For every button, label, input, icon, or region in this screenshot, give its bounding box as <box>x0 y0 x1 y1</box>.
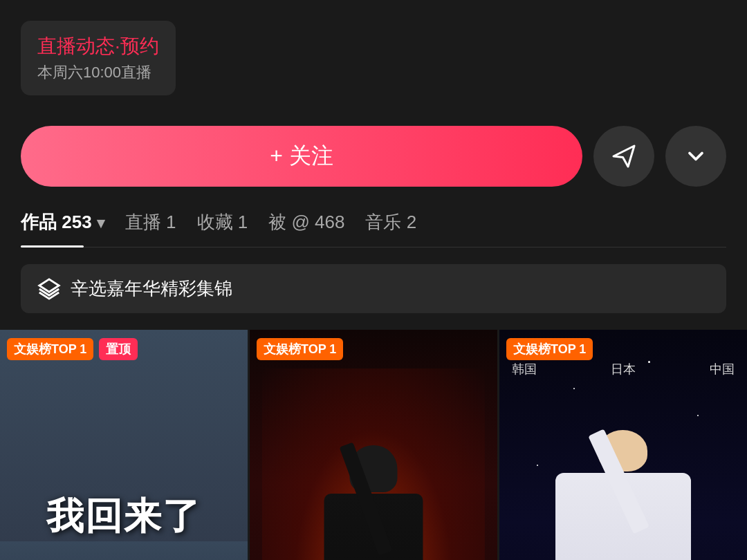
video-card-1[interactable]: 我回来了 文娱榜TOP 1 置顶 <box>0 330 248 560</box>
chevron-down-icon <box>683 144 708 169</box>
live-banner: 直播动态·预约 本周六10:00直播 <box>21 21 176 95</box>
tabs-row: 作品 253 ▾ 直播 1 收藏 1 被 @ 468 音乐 2 <box>21 203 726 248</box>
pin-badge-1: 置顶 <box>99 338 138 360</box>
chevron-button[interactable] <box>665 126 726 187</box>
video-card-2[interactable]: 文娱榜TOP 1 <box>250 330 497 560</box>
tab-live[interactable]: 直播 1 <box>125 203 197 247</box>
card1-title: 我回来了 <box>46 492 201 542</box>
live-banner-subtitle: 本周六10:00直播 <box>37 62 159 83</box>
collection-label: 辛选嘉年华精彩集锦 <box>71 277 232 301</box>
card3-badge-row: 文娱榜TOP 1 <box>499 338 747 360</box>
tab-works[interactable]: 作品 253 ▾ <box>21 203 125 247</box>
send-icon <box>611 144 636 169</box>
card1-badge-row: 文娱榜TOP 1 置顶 <box>0 338 248 360</box>
video-grid: 我回来了 文娱榜TOP 1 置顶 文娱榜TOP 1 <box>0 330 747 560</box>
tab-music[interactable]: 音乐 2 <box>365 203 437 247</box>
tab-collect[interactable]: 收藏 1 <box>197 203 269 247</box>
collection-banner[interactable]: 辛选嘉年华精彩集锦 <box>21 264 726 313</box>
top-badge-1: 文娱榜TOP 1 <box>7 338 93 360</box>
video-card-3[interactable]: 韩国 日本 中国 文娱榜TOP 1 <box>499 330 747 560</box>
top-badge-2: 文娱榜TOP 1 <box>257 338 343 360</box>
live-banner-title: 直播动态·预约 <box>37 33 159 59</box>
card3-flags: 韩国 日本 中国 <box>512 361 735 377</box>
send-button[interactable] <box>593 126 654 187</box>
follow-button[interactable]: + 关注 <box>21 126 582 187</box>
card2-badge-row: 文娱榜TOP 1 <box>250 338 497 360</box>
layers-icon <box>37 277 61 301</box>
action-row: + 关注 <box>21 126 726 187</box>
top-badge-3: 文娱榜TOP 1 <box>506 338 593 360</box>
tab-at[interactable]: 被 @ 468 <box>268 203 365 247</box>
